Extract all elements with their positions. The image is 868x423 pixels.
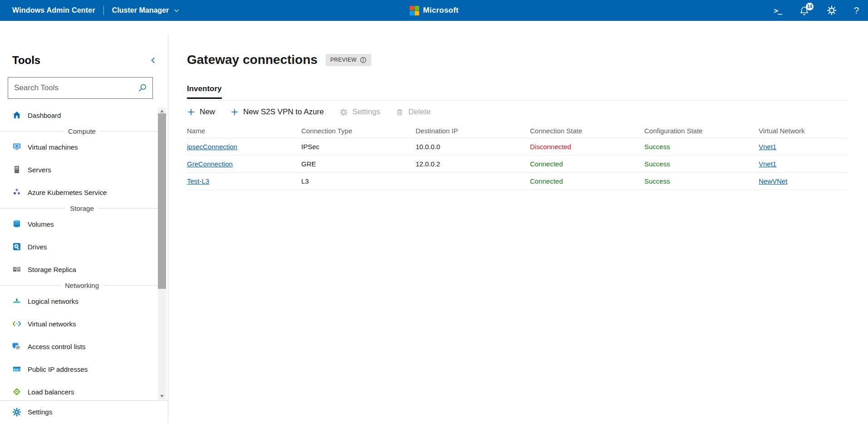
sidebar-item-label: Virtual networks xyxy=(28,320,76,328)
table-toolbar: New New S2S VPN to Azure xyxy=(187,101,848,123)
connection-type-cell: L3 xyxy=(301,177,416,185)
sidebar-item-label: Dashboard xyxy=(28,112,61,119)
tab-inventory[interactable]: Inventory xyxy=(187,84,222,99)
sidebar-item-storage-replica[interactable]: Storage Replica xyxy=(0,258,168,281)
powershell-terminal-icon[interactable]: >_ xyxy=(774,0,782,21)
connection-type-cell: GRE xyxy=(301,160,416,168)
settings-gear-icon[interactable] xyxy=(827,0,837,21)
volumes-icon xyxy=(12,219,21,229)
drives-icon xyxy=(12,242,21,251)
sidebar-item-azure-kubernetes-service[interactable]: Azure Kubernetes Service xyxy=(0,181,168,204)
solution-name: Cluster Manager xyxy=(112,6,169,15)
sidebar-item-virtual-machines[interactable]: Virtual machines xyxy=(0,136,168,158)
configuration-state-cell: Success xyxy=(644,177,759,185)
sidebar-item-label: Drives xyxy=(28,243,47,251)
sidebar-item-load-balancers[interactable]: Load balancers xyxy=(0,380,168,400)
virtual-network-link[interactable]: Vnet1 xyxy=(759,143,776,151)
main-layout: Tools Dashboard Compute xyxy=(0,21,868,423)
sidebar-item-drives[interactable]: Drives xyxy=(0,235,168,258)
app-title[interactable]: Windows Admin Center xyxy=(12,6,95,15)
sidebar-item-access-control-lists[interactable]: Access control lists xyxy=(0,335,168,358)
vm-icon xyxy=(12,142,21,151)
chevron-down-icon xyxy=(173,7,180,14)
connection-state-cell: Connected xyxy=(530,160,644,168)
sidebar-item-label: Load balancers xyxy=(28,388,74,396)
tools-header: Tools xyxy=(0,53,168,68)
main-content: Gateway connections PREVIEW Inventory Ne… xyxy=(168,21,868,423)
sidebar-item-logical-networks[interactable]: Logical networks xyxy=(0,290,168,312)
column-header-virtual-network[interactable]: Virtual Network xyxy=(759,127,848,135)
connection-name-link[interactable]: ipsecConnection xyxy=(187,143,237,151)
virtual-network-link[interactable]: NewVNet xyxy=(759,177,787,185)
search-input[interactable] xyxy=(8,83,132,92)
microsoft-logo-text: Microsoft xyxy=(423,6,458,15)
plus-icon xyxy=(187,108,195,116)
tab-bar: Inventory xyxy=(187,84,848,101)
preview-badge-label: PREVIEW xyxy=(330,57,357,63)
sidebar-item-dashboard[interactable]: Dashboard xyxy=(0,104,168,126)
solution-switcher[interactable]: Cluster Manager xyxy=(112,6,180,15)
collapse-sidebar-button[interactable] xyxy=(149,56,157,64)
sidebar-item-label: Virtual machines xyxy=(28,143,78,151)
tools-title: Tools xyxy=(12,54,40,67)
delete-button[interactable]: Delete xyxy=(396,107,431,117)
aks-icon xyxy=(12,188,21,197)
scroll-down-arrow-icon[interactable] xyxy=(160,395,164,398)
notifications-button[interactable]: 14 xyxy=(799,0,809,21)
sidebar-item-settings[interactable]: Settings xyxy=(0,400,168,423)
settings-button-label: Settings xyxy=(353,107,380,117)
acl-icon xyxy=(12,342,21,351)
trash-icon xyxy=(396,108,404,116)
storage-replica-icon xyxy=(12,265,21,274)
info-icon[interactable] xyxy=(360,57,367,63)
sidebar-item-virtual-networks[interactable]: Virtual networks xyxy=(0,312,168,335)
sidebar-item-label: Logical networks xyxy=(28,297,78,305)
sidebar-scrollbar[interactable] xyxy=(158,107,166,400)
connections-table: Name Connection Type Destination IP Conn… xyxy=(187,123,848,190)
sidebar-scrollbar-thumb[interactable] xyxy=(158,113,166,289)
tools-nav-list: Dashboard Compute Virtual machines Serve… xyxy=(0,104,168,400)
new-s2s-vpn-button[interactable]: New S2S VPN to Azure xyxy=(230,107,324,117)
connection-state-cell: Disconnected xyxy=(530,143,644,151)
new-button[interactable]: New xyxy=(187,107,215,117)
sidebar-item-volumes[interactable]: Volumes xyxy=(0,213,168,235)
column-header-connection-state[interactable]: Connection State xyxy=(530,127,644,135)
table-header-row: Name Connection Type Destination IP Conn… xyxy=(187,123,848,138)
public-ip-icon xyxy=(12,365,21,374)
table-row[interactable]: ipsecConnection IPSec 10.0.0.0 Disconnec… xyxy=(187,138,848,156)
table-row[interactable]: Test-L3 L3 Connected Success NewVNet xyxy=(187,173,848,190)
destination-ip-cell: 10.0.0.0 xyxy=(416,143,530,151)
virtual-network-link[interactable]: Vnet1 xyxy=(759,160,776,168)
sidebar-section-networking: Networking xyxy=(0,281,168,290)
top-bar: Windows Admin Center Cluster Manager Mic… xyxy=(0,0,868,21)
server-icon xyxy=(12,165,21,174)
column-header-destination-ip[interactable]: Destination IP xyxy=(416,127,530,135)
gear-icon xyxy=(12,408,21,417)
microsoft-logo-icon xyxy=(409,6,419,15)
configuration-state-cell: Success xyxy=(644,160,759,168)
preview-badge: PREVIEW xyxy=(326,54,371,66)
sidebar-item-servers[interactable]: Servers xyxy=(0,158,168,181)
connection-name-link[interactable]: GreConnection xyxy=(187,160,233,168)
column-header-configuration-state[interactable]: Configuration State xyxy=(644,127,759,135)
new-button-label: New xyxy=(200,107,215,117)
home-icon xyxy=(12,111,21,120)
load-balancer-icon xyxy=(12,387,21,396)
settings-button[interactable]: Settings xyxy=(339,107,380,117)
tools-search-box xyxy=(8,77,153,99)
sidebar-section-storage: Storage xyxy=(0,204,168,213)
scroll-up-arrow-icon[interactable] xyxy=(160,110,164,112)
sidebar-section-compute: Compute xyxy=(0,126,168,136)
help-button[interactable]: ? xyxy=(854,0,859,21)
table-row[interactable]: GreConnection GRE 12.0.0.2 Connected Suc… xyxy=(187,156,848,173)
search-icon[interactable] xyxy=(132,78,152,98)
page-title: Gateway connections xyxy=(187,53,318,67)
plus-icon xyxy=(230,108,239,116)
connection-name-link[interactable]: Test-L3 xyxy=(187,177,209,185)
column-header-connection-type[interactable]: Connection Type xyxy=(301,127,416,135)
microsoft-logo: Microsoft xyxy=(409,0,458,21)
gear-icon xyxy=(339,108,348,117)
sidebar-item-public-ip-addresses[interactable]: Public IP addresses xyxy=(0,358,168,380)
column-header-name[interactable]: Name xyxy=(187,127,301,135)
topbar-separator xyxy=(103,6,104,15)
